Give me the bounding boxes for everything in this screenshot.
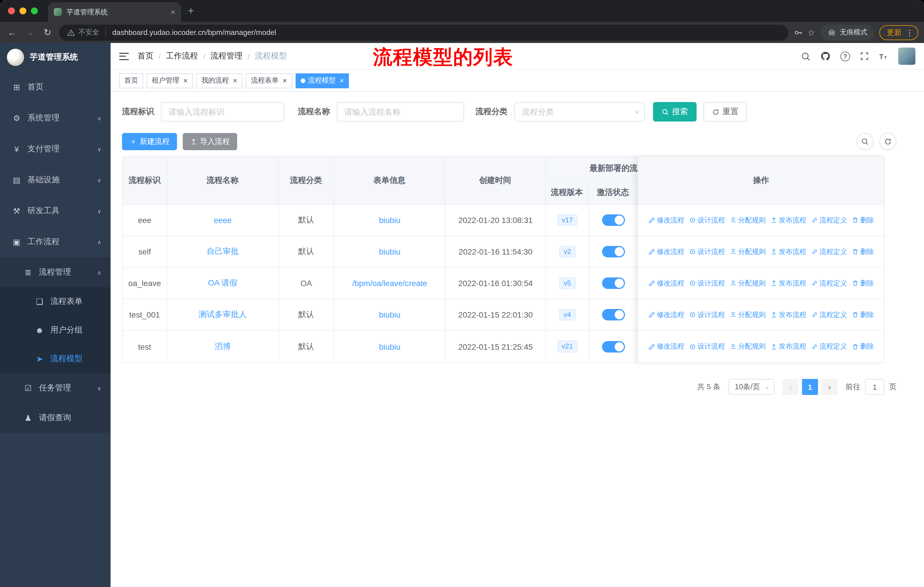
tag-item[interactable]: 流程模型× <box>295 73 349 88</box>
address-bar[interactable]: 不安全 dashboard.yudao.iocoder.cn/bpm/manag… <box>59 24 788 40</box>
sidebar-item-home[interactable]: ⊞首页 <box>0 72 111 103</box>
sidebar-item-devtools[interactable]: ⚒研发工具∨ <box>0 195 111 227</box>
modify-process-link[interactable]: 修改流程 <box>648 247 684 256</box>
assign-rule-link[interactable]: 分配规则 <box>729 215 766 225</box>
assign-rule-link[interactable]: 分配规则 <box>729 310 766 319</box>
breadcrumb-item[interactable]: 流程管理 <box>211 51 243 61</box>
sidebar-item-task-manage[interactable]: ☑任务管理∨ <box>0 373 111 403</box>
browser-menu-icon[interactable]: ⋮ <box>906 28 914 36</box>
publish-process-link[interactable]: 发布流程 <box>770 247 806 256</box>
delete-link[interactable]: 删除 <box>851 278 874 288</box>
tag-item[interactable]: 流程表单× <box>246 73 292 88</box>
active-toggle[interactable] <box>602 309 625 321</box>
process-definition-link[interactable]: 流程定义 <box>811 342 847 351</box>
sidebar-item-leave-query[interactable]: ♟请假查询 <box>0 403 111 433</box>
process-name-link[interactable]: eeee <box>214 215 231 225</box>
help-icon[interactable]: ? <box>840 51 850 61</box>
delete-link[interactable]: 删除 <box>851 310 874 319</box>
process-definition-link[interactable]: 流程定义 <box>811 278 847 288</box>
prev-page-button[interactable]: ‹ <box>782 379 799 395</box>
design-process-link[interactable]: 设计流程 <box>689 215 725 225</box>
back-button[interactable]: ← <box>6 27 18 38</box>
process-name-link[interactable]: 测试多审批人 <box>198 309 247 320</box>
bookmark-star-icon[interactable]: ☆ <box>807 27 815 38</box>
password-key-icon[interactable] <box>793 28 802 37</box>
active-toggle[interactable] <box>602 278 625 289</box>
delete-link[interactable]: 删除 <box>851 215 874 225</box>
fullscreen-icon[interactable] <box>860 51 869 61</box>
sidebar-item-process-form[interactable]: ❏流程表单 <box>0 287 111 316</box>
sidebar-item-payment[interactable]: ¥支付管理∨ <box>0 134 111 165</box>
form-info-link[interactable]: biubiu <box>379 247 401 256</box>
reload-button[interactable]: ↻ <box>41 27 54 38</box>
breadcrumb-item[interactable]: 首页 <box>137 51 153 61</box>
sidebar-item-process-model[interactable]: ➤流程模型 <box>0 344 111 373</box>
forward-button[interactable]: → <box>23 27 36 38</box>
delete-link[interactable]: 删除 <box>851 247 874 256</box>
assign-rule-link[interactable]: 分配规则 <box>729 342 766 351</box>
modify-process-link[interactable]: 修改流程 <box>648 342 684 351</box>
create-process-button[interactable]: ＋ 新建流程 <box>122 133 177 150</box>
design-process-link[interactable]: 设计流程 <box>689 310 725 319</box>
tab-close-icon[interactable]: × <box>171 8 175 16</box>
form-info-link[interactable]: biubiu <box>379 215 401 225</box>
process-category-select[interactable] <box>515 102 645 122</box>
active-toggle[interactable] <box>602 214 625 226</box>
process-name-link[interactable]: OA 请假 <box>208 278 238 288</box>
tag-close-icon[interactable]: × <box>233 77 237 84</box>
active-toggle[interactable] <box>602 341 625 352</box>
form-info-link[interactable]: biubiu <box>379 310 401 319</box>
update-button[interactable]: 更新 ⋮ <box>879 25 918 40</box>
minimize-window-button[interactable] <box>20 7 26 14</box>
browser-tab[interactable]: 芋道管理系统 × <box>48 2 181 22</box>
search-button[interactable]: 搜索 <box>653 102 696 122</box>
design-process-link[interactable]: 设计流程 <box>689 342 725 351</box>
modify-process-link[interactable]: 修改流程 <box>648 215 684 225</box>
tag-item[interactable]: 租户管理× <box>147 73 193 88</box>
tag-close-icon[interactable]: × <box>340 77 344 84</box>
reset-button[interactable]: 重置 <box>703 102 747 122</box>
process-definition-link[interactable]: 流程定义 <box>811 310 847 319</box>
process-name-input[interactable] <box>337 102 464 122</box>
form-info-link[interactable]: /bpm/oa/leave/create <box>352 279 427 288</box>
form-info-link[interactable]: biubiu <box>379 342 401 351</box>
process-id-input[interactable] <box>161 102 284 122</box>
process-name-link[interactable]: 自己审批 <box>206 246 239 257</box>
sidebar-logo[interactable]: 芋道管理系统 <box>0 43 111 72</box>
toggle-search-button[interactable] <box>856 133 874 150</box>
tag-item[interactable]: 首页 <box>119 73 143 88</box>
goto-page-input[interactable] <box>865 379 884 395</box>
import-process-button[interactable]: 导入流程 <box>183 133 237 150</box>
tag-item[interactable]: 我的流程× <box>196 73 242 88</box>
page-size-select[interactable]: 10条/页 ∨ <box>728 379 774 395</box>
page-number-button[interactable]: 1 <box>802 379 818 395</box>
breadcrumb-item[interactable]: 工作流程 <box>166 51 198 61</box>
font-size-icon[interactable]: TT <box>879 51 888 61</box>
delete-link[interactable]: 删除 <box>851 342 874 351</box>
sidebar-item-user-group[interactable]: ☻用户分组 <box>0 316 111 344</box>
refresh-table-button[interactable] <box>879 133 896 150</box>
url-text[interactable]: dashboard.yudao.iocoder.cn/bpm/manager/m… <box>112 28 276 37</box>
hamburger-icon[interactable] <box>119 53 129 60</box>
design-process-link[interactable]: 设计流程 <box>689 278 725 288</box>
close-window-button[interactable] <box>8 7 15 14</box>
process-name-link[interactable]: 滔博 <box>214 341 231 352</box>
user-avatar[interactable] <box>898 48 916 65</box>
security-label[interactable]: 不安全 <box>79 28 99 37</box>
publish-process-link[interactable]: 发布流程 <box>770 278 806 288</box>
sidebar-item-system[interactable]: ⚙系统管理∨ <box>0 103 111 134</box>
publish-process-link[interactable]: 发布流程 <box>770 215 806 225</box>
design-process-link[interactable]: 设计流程 <box>689 247 725 256</box>
sidebar-item-infrastructure[interactable]: ▤基础设施∨ <box>0 165 111 195</box>
tag-close-icon[interactable]: × <box>282 77 287 84</box>
search-icon[interactable] <box>801 51 810 61</box>
zoom-window-button[interactable] <box>31 7 38 14</box>
tag-close-icon[interactable]: × <box>183 77 188 84</box>
assign-rule-link[interactable]: 分配规则 <box>729 247 766 256</box>
active-toggle[interactable] <box>602 246 625 257</box>
modify-process-link[interactable]: 修改流程 <box>648 278 684 288</box>
github-icon[interactable] <box>820 51 831 61</box>
publish-process-link[interactable]: 发布流程 <box>770 342 806 351</box>
modify-process-link[interactable]: 修改流程 <box>648 310 684 319</box>
publish-process-link[interactable]: 发布流程 <box>770 310 806 319</box>
